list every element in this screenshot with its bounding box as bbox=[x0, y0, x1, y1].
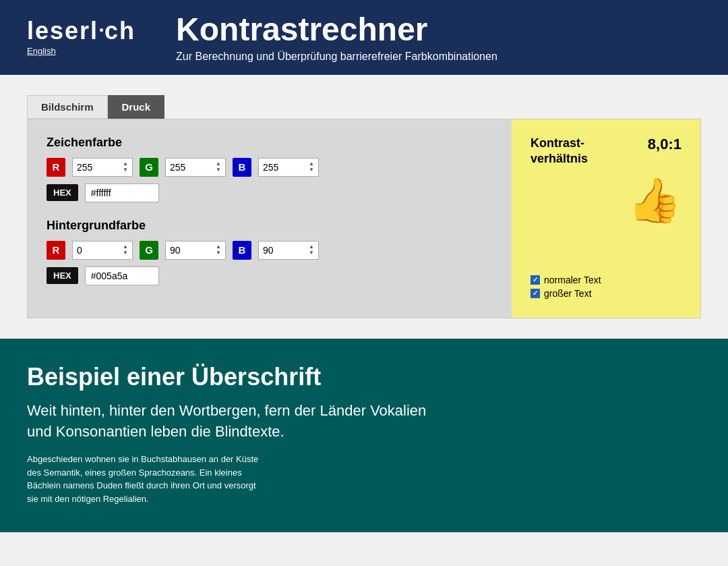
r-input-bg[interactable]: ▲ ▼ bbox=[72, 241, 133, 260]
g-input-fg[interactable]: ▲ ▼ bbox=[165, 158, 226, 177]
g-badge-bg: G bbox=[140, 241, 158, 260]
check-large-text: ✓ großer Text bbox=[530, 288, 681, 299]
contrast-panel: Kontrast- verhältnis 8,0:1 👍 ✓ normaler … bbox=[512, 119, 700, 318]
foreground-hex-row: HEX bbox=[47, 183, 493, 202]
calculator-wrapper: Zeichenfarbe R ▲ ▼ G ▲ bbox=[27, 119, 701, 318]
foreground-title: Zeichenfarbe bbox=[47, 136, 493, 150]
foreground-section: Zeichenfarbe R ▲ ▼ G ▲ bbox=[47, 136, 493, 202]
header-title-area: Kontrastrechner Zur Berechnung und Überp… bbox=[176, 12, 701, 63]
check-normal-text: ✓ normaler Text bbox=[530, 275, 681, 285]
g-badge-fg: G bbox=[140, 158, 158, 177]
page-subtitle: Zur Berechnung und Überprüfung barrieref… bbox=[176, 51, 701, 63]
contrast-header: Kontrast- verhältnis 8,0:1 bbox=[530, 136, 681, 167]
tab-druck[interactable]: Druck bbox=[108, 95, 165, 119]
background-title: Hintergrundfarbe bbox=[47, 219, 493, 233]
r-badge-bg: R bbox=[47, 241, 65, 260]
background-hex-row: HEX bbox=[47, 266, 493, 285]
hex-input-bg[interactable] bbox=[85, 266, 159, 285]
contrast-value: 8,0:1 bbox=[648, 136, 681, 153]
preview-heading: Beispiel einer Überschrift bbox=[27, 363, 701, 391]
r-spinner-fg[interactable]: ▲ ▼ bbox=[123, 161, 128, 173]
r-badge-fg: R bbox=[47, 158, 65, 177]
checkbox-normal[interactable]: ✓ bbox=[530, 275, 540, 285]
hex-input-fg[interactable] bbox=[85, 183, 159, 202]
b-badge-bg: B bbox=[233, 241, 251, 260]
tab-bildschirm[interactable]: Bildschirm bbox=[27, 95, 108, 119]
background-rgb-row: R ▲ ▼ G ▲ ▼ bbox=[47, 241, 493, 260]
r-input-fg[interactable]: ▲ ▼ bbox=[72, 158, 133, 177]
check-items: ✓ normaler Text ✓ großer Text bbox=[530, 275, 681, 302]
logo: leserlch bbox=[27, 19, 135, 43]
b-input-fg[interactable]: ▲ ▼ bbox=[258, 158, 319, 177]
main-content: Bildschirm Druck Zeichenfarbe R ▲ ▼ bbox=[0, 75, 728, 339]
header: leserlch English Kontrastrechner Zur Ber… bbox=[0, 0, 728, 75]
g-input-bg[interactable]: ▲ ▼ bbox=[165, 241, 226, 260]
g-spinner-bg[interactable]: ▲ ▼ bbox=[216, 244, 221, 256]
preview-small: Abgeschieden wohnen sie in Buchstabhause… bbox=[27, 453, 283, 505]
hex-badge-fg: HEX bbox=[47, 184, 78, 201]
g-spinner-fg[interactable]: ▲ ▼ bbox=[216, 161, 221, 173]
b-input-bg[interactable]: ▲ ▼ bbox=[258, 241, 319, 260]
checkbox-large[interactable]: ✓ bbox=[530, 289, 540, 298]
language-link[interactable]: English bbox=[27, 46, 135, 56]
preview-section: Beispiel einer Überschrift Weit hinten, … bbox=[0, 339, 728, 533]
thumbs-up-icon: 👍 bbox=[530, 175, 681, 226]
b-spinner-fg[interactable]: ▲ ▼ bbox=[309, 161, 314, 173]
preview-body: Weit hinten, hinter den Wortbergen, fern… bbox=[27, 401, 701, 443]
foreground-rgb-row: R ▲ ▼ G ▲ ▼ bbox=[47, 158, 493, 177]
r-spinner-bg[interactable]: ▲ ▼ bbox=[123, 244, 128, 256]
background-section: Hintergrundfarbe R ▲ ▼ G ▲ bbox=[47, 219, 493, 285]
page-title: Kontrastrechner bbox=[176, 12, 701, 48]
logo-area: leserlch English bbox=[27, 19, 135, 56]
b-spinner-bg[interactable]: ▲ ▼ bbox=[309, 244, 314, 256]
hex-badge-bg: HEX bbox=[47, 267, 78, 284]
tab-bar: Bildschirm Druck bbox=[27, 95, 701, 119]
calculator-inputs: Zeichenfarbe R ▲ ▼ G ▲ bbox=[28, 119, 512, 318]
contrast-label: Kontrast- verhältnis bbox=[530, 136, 588, 167]
b-badge-fg: B bbox=[233, 158, 251, 177]
